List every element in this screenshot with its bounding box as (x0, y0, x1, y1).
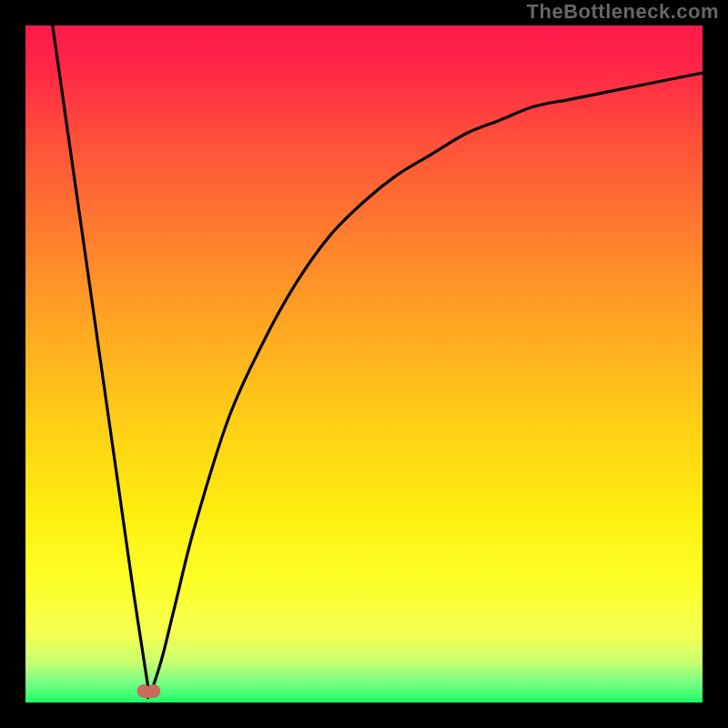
plot-area (25, 25, 703, 703)
plot-svg (25, 25, 703, 703)
svg-point-1 (147, 684, 160, 698)
chart-frame: TheBottleneck.com (0, 0, 728, 728)
gradient-background (25, 25, 703, 703)
watermark-text: TheBottleneck.com (527, 0, 719, 24)
